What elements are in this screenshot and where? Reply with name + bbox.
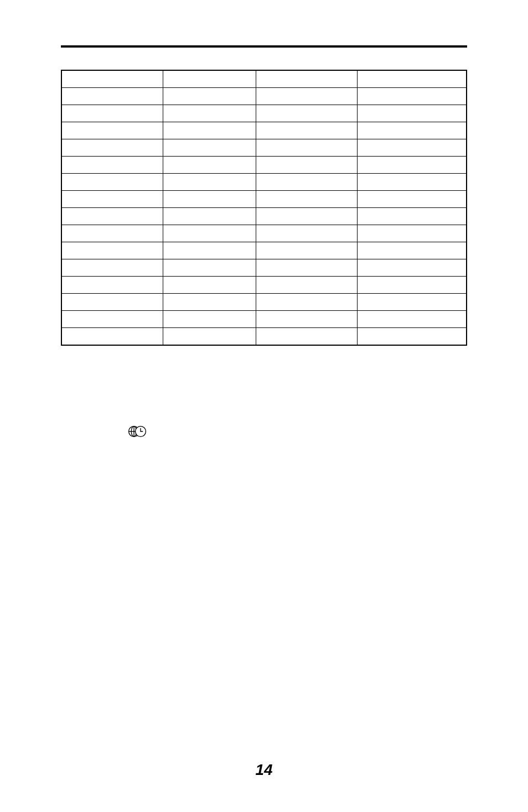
heading-rule bbox=[61, 45, 467, 48]
table-row bbox=[61, 242, 467, 259]
table-row bbox=[61, 139, 467, 157]
table-row bbox=[61, 105, 467, 122]
table-row bbox=[61, 70, 467, 88]
table-row bbox=[61, 191, 467, 208]
page-number: 14 bbox=[255, 761, 272, 779]
table-row bbox=[61, 225, 467, 242]
timezone-table-wrap bbox=[61, 70, 467, 346]
table-row bbox=[61, 277, 467, 294]
table-row bbox=[61, 122, 467, 139]
table-row bbox=[61, 294, 467, 311]
world-clock-icon bbox=[127, 423, 147, 440]
table-row bbox=[61, 88, 467, 105]
table-row bbox=[61, 328, 467, 346]
timezone-table bbox=[61, 70, 467, 346]
table-row bbox=[61, 259, 467, 277]
table-row bbox=[61, 208, 467, 225]
document-page: 14 bbox=[0, 0, 528, 812]
icon-row bbox=[61, 423, 467, 440]
table-row bbox=[61, 311, 467, 328]
table-row bbox=[61, 157, 467, 174]
table-row bbox=[61, 174, 467, 191]
